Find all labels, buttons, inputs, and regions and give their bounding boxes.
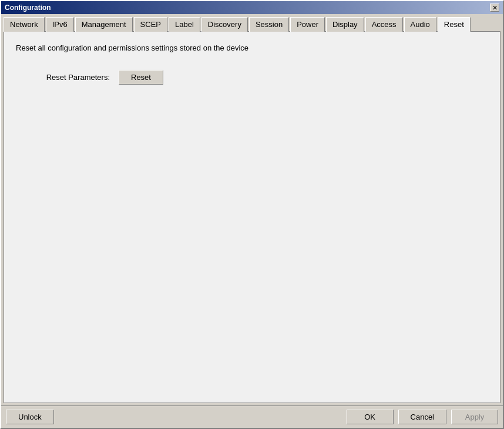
bottom-bar: Unlock OK Cancel Apply — [1, 405, 503, 428]
title-bar: Configuration ✕ — [1, 1, 503, 14]
tab-session[interactable]: Session — [249, 17, 289, 32]
tab-audio[interactable]: Audio — [404, 17, 436, 32]
tab-ipv6[interactable]: IPv6 — [46, 17, 74, 32]
tab-label[interactable]: Label — [169, 17, 200, 32]
bottom-left: Unlock — [6, 410, 54, 424]
close-button[interactable]: ✕ — [490, 4, 499, 12]
tab-power[interactable]: Power — [290, 17, 325, 32]
tab-network[interactable]: Network — [4, 17, 45, 32]
reset-parameters-label: Reset Parameters: — [16, 73, 110, 82]
content-spacer — [16, 93, 488, 391]
tab-reset[interactable]: Reset — [438, 17, 471, 32]
unlock-button[interactable]: Unlock — [6, 410, 54, 424]
ok-button[interactable]: OK — [347, 410, 394, 424]
reset-button[interactable]: Reset — [119, 70, 163, 85]
tabs-container: Network IPv6 Management SCEP Label Disco… — [1, 14, 503, 31]
content-area: Reset all configuration and permissions … — [4, 31, 500, 403]
bottom-right: OK Cancel Apply — [347, 410, 498, 424]
window-title: Configuration — [5, 4, 51, 12]
tab-management[interactable]: Management — [75, 17, 133, 32]
apply-button[interactable]: Apply — [451, 410, 498, 424]
reset-parameters-row: Reset Parameters: Reset — [16, 70, 488, 85]
tab-scep[interactable]: SCEP — [134, 17, 167, 32]
main-window: Configuration ✕ Network IPv6 Management … — [0, 0, 504, 429]
tab-access[interactable]: Access — [365, 17, 403, 32]
tab-display[interactable]: Display — [326, 17, 364, 32]
tab-discovery[interactable]: Discovery — [201, 17, 248, 32]
description-text: Reset all configuration and permissions … — [16, 43, 488, 52]
cancel-button[interactable]: Cancel — [398, 410, 446, 424]
